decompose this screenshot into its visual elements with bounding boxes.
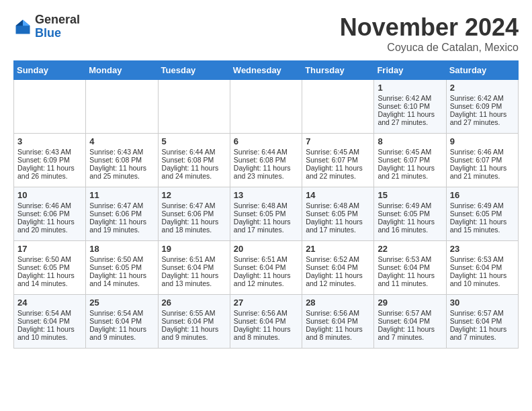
calendar-cell: 12Sunrise: 6:47 AMSunset: 6:06 PMDayligh… [158,187,230,241]
day-info-line: Sunset: 6:04 PM [378,317,442,325]
day-info-line: Sunset: 6:05 PM [234,210,298,218]
day-info-line: Daylight: 11 hours and 26 minutes. [17,164,82,180]
day-info-line: Sunrise: 6:54 AM [89,309,154,317]
day-number: 26 [162,298,226,308]
day-info-line: Daylight: 11 hours and 10 minutes. [450,271,515,287]
day-info-line: Daylight: 11 hours and 17 minutes. [234,218,298,234]
day-info-line: Daylight: 11 hours and 25 minutes. [89,164,154,180]
calendar-cell: 10Sunrise: 6:46 AMSunset: 6:06 PMDayligh… [14,187,86,241]
day-number: 21 [306,244,370,254]
day-info-line: Sunset: 6:07 PM [306,156,370,164]
day-number: 3 [17,136,82,146]
day-number: 7 [306,136,370,146]
calendar-cell: 25Sunrise: 6:54 AMSunset: 6:04 PMDayligh… [86,295,158,349]
day-info-line: Daylight: 11 hours and 14 minutes. [89,271,154,287]
calendar-table: SundayMondayTuesdayWednesdayThursdayFrid… [13,60,519,349]
day-info-line: Sunset: 6:08 PM [89,156,154,164]
page-header: General Blue November 2024 Coyuca de Cat… [13,13,519,54]
day-number: 14 [306,190,370,200]
column-header-thursday: Thursday [302,61,374,80]
day-info-line: Daylight: 11 hours and 11 minutes. [378,271,442,287]
calendar-cell: 11Sunrise: 6:47 AMSunset: 6:06 PMDayligh… [86,187,158,241]
day-info-line: Daylight: 11 hours and 24 minutes. [162,164,226,180]
day-info-line: Sunrise: 6:57 AM [378,309,442,317]
day-info-line: Sunset: 6:04 PM [17,317,82,325]
calendar-cell: 15Sunrise: 6:49 AMSunset: 6:05 PMDayligh… [374,187,446,241]
day-info-line: Sunset: 6:07 PM [378,156,442,164]
day-number: 19 [162,244,226,254]
day-number: 20 [234,244,298,254]
day-number: 4 [89,136,154,146]
day-info-line: Sunset: 6:06 PM [162,210,226,218]
calendar-week-row: 3Sunrise: 6:43 AMSunset: 6:09 PMDaylight… [14,134,519,187]
calendar-week-row: 10Sunrise: 6:46 AMSunset: 6:06 PMDayligh… [14,187,519,241]
day-info-line: Sunrise: 6:43 AM [17,148,82,156]
day-info-line: Sunset: 6:05 PM [378,210,442,218]
location-subtitle: Coyuca de Catalan, Mexico [340,42,519,54]
day-info-line: Sunrise: 6:46 AM [450,148,515,156]
day-info-line: Daylight: 11 hours and 22 minutes. [306,164,370,180]
calendar-cell [158,80,230,134]
day-number: 16 [450,190,515,200]
day-info-line: Daylight: 11 hours and 7 minutes. [378,325,442,341]
day-number: 28 [306,298,370,308]
calendar-cell: 26Sunrise: 6:55 AMSunset: 6:04 PMDayligh… [158,295,230,349]
day-info-line: Sunset: 6:04 PM [306,263,370,271]
day-info-line: Daylight: 11 hours and 9 minutes. [89,325,154,341]
day-number: 24 [17,298,82,308]
day-info-line: Daylight: 11 hours and 21 minutes. [450,164,515,180]
day-info-line: Sunrise: 6:56 AM [306,309,370,317]
day-info-line: Sunrise: 6:57 AM [450,309,515,317]
title-block: November 2024 Coyuca de Catalan, Mexico [340,13,519,54]
day-info-line: Sunrise: 6:50 AM [89,255,154,263]
day-info-line: Daylight: 11 hours and 12 minutes. [306,271,370,287]
calendar-cell: 3Sunrise: 6:43 AMSunset: 6:09 PMDaylight… [14,134,86,187]
day-info-line: Daylight: 11 hours and 15 minutes. [450,218,515,234]
day-info-line: Sunrise: 6:43 AM [89,148,154,156]
calendar-cell: 27Sunrise: 6:56 AMSunset: 6:04 PMDayligh… [230,295,302,349]
column-header-sunday: Sunday [14,61,86,80]
day-info-line: Daylight: 11 hours and 12 minutes. [234,271,298,287]
calendar-cell: 20Sunrise: 6:51 AMSunset: 6:04 PMDayligh… [230,241,302,295]
day-info-line: Sunrise: 6:45 AM [306,148,370,156]
day-info-line: Sunrise: 6:51 AM [234,255,298,263]
day-number: 5 [162,136,226,146]
day-info-line: Daylight: 11 hours and 13 minutes. [162,271,226,287]
day-info-line: Sunrise: 6:49 AM [450,201,515,210]
day-info-line: Sunset: 6:04 PM [306,317,370,325]
day-info-line: Sunset: 6:04 PM [162,263,226,271]
day-info-line: Sunrise: 6:45 AM [378,148,442,156]
day-info-line: Daylight: 11 hours and 10 minutes. [17,325,82,341]
day-info-line: Sunrise: 6:46 AM [17,201,82,210]
day-info-line: Sunset: 6:09 PM [17,156,82,164]
calendar-cell [230,80,302,134]
day-info-line: Sunset: 6:05 PM [450,210,515,218]
day-info-line: Daylight: 11 hours and 18 minutes. [162,218,226,234]
day-info-line: Sunset: 6:05 PM [89,263,154,271]
calendar-cell: 5Sunrise: 6:44 AMSunset: 6:08 PMDaylight… [158,134,230,187]
day-info-line: Daylight: 11 hours and 20 minutes. [17,218,82,234]
calendar-cell: 7Sunrise: 6:45 AMSunset: 6:07 PMDaylight… [302,134,374,187]
svg-marker-2 [16,19,24,26]
day-info-line: Sunrise: 6:47 AM [89,201,154,210]
day-info-line: Sunset: 6:04 PM [89,317,154,325]
day-info-line: Sunset: 6:08 PM [234,156,298,164]
calendar-cell [86,80,158,134]
day-info-line: Sunset: 6:09 PM [450,102,515,110]
day-info-line: Daylight: 11 hours and 9 minutes. [162,325,226,341]
day-info-line: Sunrise: 6:53 AM [450,255,515,263]
calendar-cell [14,80,86,134]
calendar-cell: 17Sunrise: 6:50 AMSunset: 6:05 PMDayligh… [14,241,86,295]
day-info-line: Sunset: 6:06 PM [17,210,82,218]
calendar-cell: 24Sunrise: 6:54 AMSunset: 6:04 PMDayligh… [14,295,86,349]
calendar-cell: 13Sunrise: 6:48 AMSunset: 6:05 PMDayligh… [230,187,302,241]
month-title: November 2024 [340,13,519,42]
calendar-header-row: SundayMondayTuesdayWednesdayThursdayFrid… [14,61,519,80]
day-info-line: Sunset: 6:05 PM [306,210,370,218]
calendar-cell: 4Sunrise: 6:43 AMSunset: 6:08 PMDaylight… [86,134,158,187]
day-info-line: Sunset: 6:05 PM [17,263,82,271]
day-number: 23 [450,244,515,254]
day-number: 27 [234,298,298,308]
day-info-line: Sunrise: 6:44 AM [234,148,298,156]
day-info-line: Sunset: 6:04 PM [234,263,298,271]
